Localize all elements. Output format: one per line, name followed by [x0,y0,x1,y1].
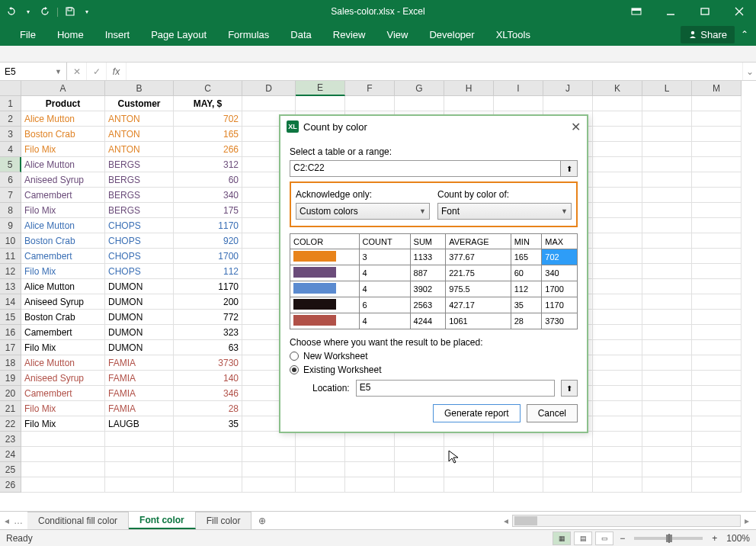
cell-C11[interactable]: 1700 [174,249,242,264]
cell-L5[interactable] [642,157,692,172]
column-header-A[interactable]: A [21,81,105,96]
cell-A16[interactable]: Camembert [21,325,105,340]
sheet-tab-conditional-fill-color[interactable]: Conditional fill color [27,512,129,529]
cell-J24[interactable] [543,447,593,462]
row-header-9[interactable]: 9 [0,218,21,233]
cell-G26[interactable] [395,477,444,493]
cell-L4[interactable] [642,142,692,157]
row-header-25[interactable]: 25 [0,462,21,477]
row-header-21[interactable]: 21 [0,401,21,416]
cell-G25[interactable] [395,462,444,477]
horizontal-scrollbar[interactable] [512,515,741,527]
qat-dropdown-icon[interactable]: ▾ [23,6,34,17]
cell-F25[interactable] [345,462,395,477]
row-header-26[interactable]: 26 [0,477,21,493]
column-header-G[interactable]: G [395,81,444,96]
column-header-C[interactable]: C [174,81,242,96]
cell-L3[interactable] [642,127,692,142]
column-header-K[interactable]: K [593,81,642,96]
cell-A10[interactable]: Boston Crab [21,233,105,249]
cell-A4[interactable]: Filo Mix [21,142,105,157]
row-header-19[interactable]: 19 [0,371,21,386]
cell-A20[interactable]: Camembert [21,386,105,401]
zoom-level[interactable]: 100% [726,533,750,544]
cell-B7[interactable]: BERGS [105,188,174,203]
cell-A21[interactable]: Filo Mix [21,401,105,416]
cell-J23[interactable] [543,432,593,447]
cell-A7[interactable]: Camembert [21,188,105,203]
column-header-D[interactable]: D [242,81,296,96]
hscroll-right-icon[interactable]: ▸ [741,515,753,526]
cell-C12[interactable]: 112 [174,264,242,279]
row-header-11[interactable]: 11 [0,249,21,264]
cell-I1[interactable] [494,96,543,111]
cell-C26[interactable] [174,477,242,493]
cell-F23[interactable] [345,432,395,447]
qat-customize-icon[interactable]: ▾ [82,6,92,17]
cell-A3[interactable]: Boston Crab [21,127,105,142]
cell-K9[interactable] [593,218,642,233]
cell-K25[interactable] [593,462,642,477]
row-header-17[interactable]: 17 [0,340,21,355]
cell-B17[interactable]: DUMON [105,340,174,355]
dialog-titlebar[interactable]: XL Count by color ✕ [280,116,587,137]
cell-C16[interactable]: 323 [174,325,242,340]
cell-G23[interactable] [395,432,444,447]
save-icon[interactable] [65,6,75,17]
cell-K8[interactable] [593,203,642,218]
cell-M13[interactable] [692,279,742,294]
cell-L22[interactable] [642,416,692,432]
cell-K18[interactable] [593,355,642,371]
row-header-24[interactable]: 24 [0,447,21,462]
cell-D24[interactable] [242,447,296,462]
cell-B26[interactable] [105,477,174,493]
cell-B8[interactable]: BERGS [105,203,174,218]
row-header-18[interactable]: 18 [0,355,21,371]
cell-C10[interactable]: 920 [174,233,242,249]
cell-L14[interactable] [642,294,692,310]
cell-L15[interactable] [642,310,692,325]
cell-A14[interactable]: Aniseed Syrup [21,294,105,310]
cell-C19[interactable]: 140 [174,371,242,386]
cell-B14[interactable]: DUMON [105,294,174,310]
cell-I25[interactable] [494,462,543,477]
cell-L16[interactable] [642,325,692,340]
cell-C3[interactable]: 165 [174,127,242,142]
zoom-out-icon[interactable]: − [617,533,628,544]
cell-C8[interactable]: 175 [174,203,242,218]
collapse-ribbon-icon[interactable]: ⌃ [741,29,748,40]
cell-K1[interactable] [593,96,642,111]
cell-H25[interactable] [444,462,494,477]
cell-A15[interactable]: Boston Crab [21,310,105,325]
cell-F1[interactable] [345,96,395,111]
cell-D26[interactable] [242,477,296,493]
cell-C25[interactable] [174,462,242,477]
cell-B9[interactable]: CHOPS [105,218,174,233]
cell-L13[interactable] [642,279,692,294]
page-layout-view-icon[interactable]: ▤ [574,532,592,545]
cell-J1[interactable] [543,96,593,111]
cell-K7[interactable] [593,188,642,203]
row-header-16[interactable]: 16 [0,325,21,340]
cell-A8[interactable]: Filo Mix [21,203,105,218]
row-header-14[interactable]: 14 [0,294,21,310]
name-box[interactable]: E5 ▼ [0,63,67,80]
cell-I26[interactable] [494,477,543,493]
row-header-6[interactable]: 6 [0,172,21,188]
row-header-4[interactable]: 4 [0,142,21,157]
cell-B25[interactable] [105,462,174,477]
cell-B24[interactable] [105,447,174,462]
cell-D25[interactable] [242,462,296,477]
ribbon-tab-developer[interactable]: Developer [418,23,485,46]
acknowledge-dropdown[interactable]: Custom colors ▼ [296,203,430,220]
result-row[interactable]: 43902975.51121700 [290,281,578,297]
cell-M6[interactable] [692,172,742,188]
location-picker-icon[interactable]: ⬆ [561,380,578,397]
cell-B3[interactable]: ANTON [105,127,174,142]
cell-K11[interactable] [593,249,642,264]
cell-M26[interactable] [692,477,742,493]
ribbon-tab-home[interactable]: Home [46,23,94,46]
cell-K21[interactable] [593,401,642,416]
cell-K13[interactable] [593,279,642,294]
cell-L26[interactable] [642,477,692,493]
